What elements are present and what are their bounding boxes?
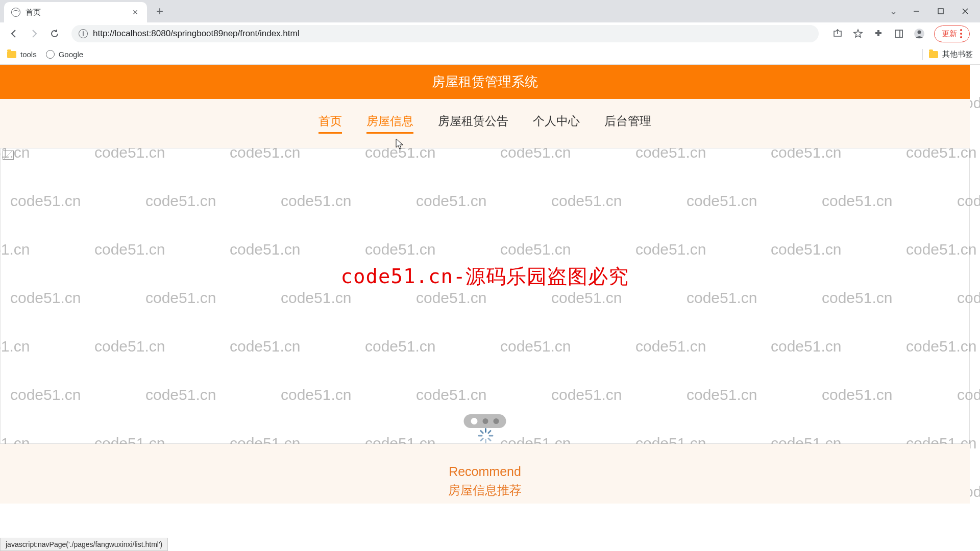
carousel-pagination[interactable] [464,414,506,428]
close-tab-icon[interactable]: × [131,8,140,17]
bookmark-star-icon[interactable] [852,28,864,39]
broken-image-icon [3,151,14,160]
nav-home[interactable]: 首页 [318,113,342,134]
nav-house-info[interactable]: 房屋信息 [366,113,413,134]
bookmark-label: 其他书签 [942,49,973,59]
tab-bar: 首页 × + ⌄ [0,0,980,22]
globe-icon [11,8,20,17]
menu-dots-icon [960,29,962,38]
svg-point-7 [918,31,921,34]
loading-spinner-icon [477,428,493,443]
nav-announcement[interactable]: 房屋租赁公告 [438,113,508,134]
forward-button[interactable] [27,26,42,41]
tabs-dropdown-icon[interactable]: ⌄ [890,6,897,17]
update-button[interactable]: 更新 [934,26,970,42]
hero-watermark-text: code51.cn-源码乐园盗图必究 [341,263,629,290]
nav-personal-center[interactable]: 个人中心 [533,113,580,134]
back-button[interactable] [6,26,21,41]
carousel-dot[interactable] [471,418,478,424]
close-window-button[interactable] [953,3,977,20]
browser-tab[interactable]: 首页 × [4,2,147,22]
url-text: http://localhost:8080/springboot89nep/fr… [93,29,300,39]
address-bar[interactable]: i http://localhost:8080/springboot89nep/… [71,25,819,42]
app-header: 房屋租赁管理系统 [0,65,970,99]
hero-carousel: code51.cn-源码乐园盗图必究 [0,148,970,444]
bookmark-tools[interactable]: tools [7,50,37,59]
carousel-dot[interactable] [483,418,488,424]
svg-rect-1 [938,9,943,14]
toolbar: i http://localhost:8080/springboot89nep/… [0,22,980,45]
nav-admin[interactable]: 后台管理 [604,113,651,134]
recommend-section: Recommend 房屋信息推荐 [0,444,970,504]
folder-icon [7,51,16,58]
profile-icon[interactable] [914,28,925,39]
bookmarks-bar: tools Google 其他书签 [0,45,980,64]
separator [922,49,923,60]
new-tab-button[interactable]: + [151,3,168,20]
nav-menu: 首页 房屋信息 房屋租赁公告 个人中心 后台管理 [0,99,970,148]
carousel-dot[interactable] [494,418,499,424]
status-text: javascript:navPage('./pages/fangwuxinxi/… [6,540,162,548]
maximize-button[interactable] [929,3,952,20]
update-label: 更新 [942,29,957,39]
globe-icon [46,50,55,59]
bookmark-label: tools [20,50,37,59]
side-panel-icon[interactable] [893,28,904,39]
recommend-title-cn: 房屋信息推荐 [0,482,970,498]
share-icon[interactable] [832,28,843,39]
bookmark-google[interactable]: Google [46,50,83,59]
svg-rect-4 [895,30,902,37]
bookmark-other[interactable]: 其他书签 [929,49,973,59]
minimize-button[interactable] [904,3,928,20]
tab-title: 首页 [26,8,126,17]
status-bar: javascript:navPage('./pages/fangwuxinxi/… [0,538,168,551]
app-title: 房屋租赁管理系统 [432,74,538,89]
folder-icon [929,51,938,58]
recommend-title-en: Recommend [0,464,970,479]
reload-button[interactable] [47,26,62,41]
info-icon[interactable]: i [79,29,88,38]
bookmark-label: Google [59,50,83,59]
extensions-icon[interactable] [873,28,884,39]
